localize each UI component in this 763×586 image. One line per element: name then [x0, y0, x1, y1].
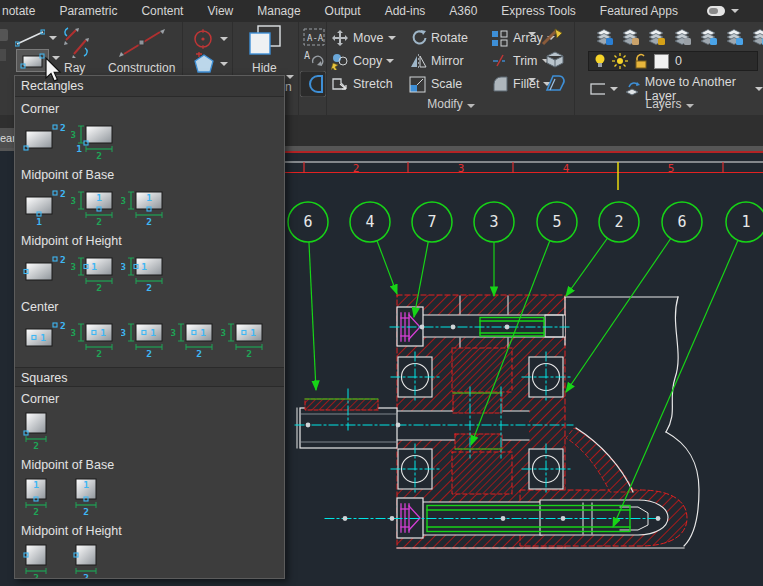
panel-chevron[interactable] — [528, 32, 536, 36]
rect-midpoint-of-base-variant-3[interactable]: 321 — [121, 185, 167, 229]
layer-color-swatch — [654, 54, 669, 69]
chevron-down-icon[interactable] — [388, 36, 396, 40]
mirror-icon — [409, 52, 427, 70]
svg-text:1: 1 — [96, 192, 102, 203]
layer-match-icon[interactable] — [620, 27, 640, 47]
construction-line-label: Construction — [108, 61, 175, 75]
dropdown-icon-row: 21321321321321 — [15, 317, 284, 361]
rect-midpoint-of-height-variant-3[interactable]: 321 — [121, 251, 167, 295]
line-tool-icon — [15, 29, 45, 47]
rectangle-frame-icon[interactable] — [590, 81, 605, 97]
rect-midpoint-of-height-variant-2[interactable]: 321 — [71, 251, 117, 295]
svg-text:2: 2 — [33, 506, 39, 517]
menu-item-a360[interactable]: A360 — [437, 0, 489, 22]
svg-text:2: 2 — [60, 320, 66, 331]
svg-text:1: 1 — [250, 327, 256, 338]
svg-text:3: 3 — [489, 213, 498, 231]
chevron-down-icon[interactable] — [755, 87, 763, 91]
menu-item-output[interactable]: Output — [313, 0, 373, 22]
layer-isolate-icon[interactable] — [698, 27, 718, 47]
move-button[interactable]: Move — [331, 26, 409, 49]
square-midpoint-of-base-variant-2[interactable]: 21 — [71, 475, 117, 519]
menu-item-express-tools[interactable]: Express Tools — [489, 0, 587, 22]
ray-tool-label: Ray — [64, 61, 85, 75]
rect-center-variant-1[interactable]: 21 — [21, 317, 67, 361]
menu-item-featured-apps[interactable]: Featured Apps — [588, 0, 690, 22]
layer-state-icon[interactable] — [672, 27, 692, 47]
rectangle-tool-button[interactable] — [16, 49, 49, 72]
copy-icon — [331, 52, 349, 70]
layer-unisolate-icon[interactable] — [724, 27, 744, 47]
rect-center-variant-4[interactable]: 321 — [171, 317, 217, 361]
square-midpoint-of-height-variant-2[interactable]: 21 — [71, 541, 117, 579]
replace-block-icon: A — [303, 49, 325, 69]
zone-number: 4 — [563, 162, 570, 175]
chevron-down-icon[interactable] — [386, 59, 394, 63]
replace-block-button[interactable]: A — [303, 49, 325, 69]
rectangle-dropdown-arrow[interactable] — [52, 56, 60, 60]
dropdown-icon-row: 2121 — [15, 541, 284, 579]
line-tool-button[interactable] — [15, 29, 57, 47]
dropdown-section-label: Midpoint of Base — [15, 165, 284, 185]
menu-item-view[interactable]: View — [195, 0, 245, 22]
svg-text:3: 3 — [121, 195, 126, 206]
stretch-button[interactable]: Stretch — [331, 72, 409, 95]
chevron-down-icon[interactable] — [220, 62, 228, 66]
rect-corner-variant-2[interactable]: 321 — [71, 119, 117, 163]
menu-item-manage[interactable]: Manage — [245, 0, 312, 22]
modify-panel-label[interactable]: Modify — [331, 96, 571, 113]
panel-chevron[interactable] — [286, 75, 294, 79]
menu-item-add-ins[interactable]: Add-ins — [373, 0, 438, 22]
svg-text:2: 2 — [196, 348, 202, 359]
dropdown-section-label: Midpoint of Height — [15, 521, 284, 541]
construction-line-icon — [118, 27, 166, 59]
rect-corner-variant-1[interactable]: 21 — [21, 119, 67, 163]
rect-center-variant-3[interactable]: 321 — [121, 317, 167, 361]
chevron-down-icon[interactable] — [49, 36, 57, 40]
polygon-tool-button[interactable] — [192, 52, 228, 76]
menu-item-content[interactable]: Content — [129, 0, 195, 22]
dropdown-title: Rectangles — [15, 76, 284, 97]
rotate-button[interactable]: Rotate — [409, 26, 491, 49]
rect-midpoint-of-base-variant-2[interactable]: 321 — [71, 185, 117, 229]
layer-prev-icon[interactable] — [646, 27, 666, 47]
rect-midpoint-of-base-variant-1[interactable]: 21 — [21, 185, 67, 229]
layer-properties-icon[interactable] — [594, 27, 614, 47]
hide-objects-button[interactable] — [248, 25, 282, 59]
match-properties-button[interactable] — [540, 27, 566, 47]
menu-item-parametric[interactable]: Parametric — [47, 0, 129, 22]
rect-midpoint-of-height-variant-1[interactable]: 21 — [21, 251, 67, 295]
copy-button[interactable]: Copy — [331, 49, 409, 72]
circle-tool-icon — [192, 28, 216, 50]
touch-mode-button[interactable] — [706, 5, 739, 17]
scale-icon — [409, 75, 427, 93]
square-corner-variant-1[interactable]: 21 — [21, 409, 67, 453]
layer-freeze-icon[interactable] — [750, 27, 763, 47]
scale-button[interactable]: Scale — [409, 72, 491, 95]
panel-chevron[interactable] — [528, 78, 536, 82]
chevron-down-icon[interactable] — [610, 87, 618, 91]
layer-selector[interactable]: 0 — [588, 51, 758, 71]
mirror-button[interactable]: Mirror — [409, 49, 491, 72]
construction-line-button[interactable] — [118, 27, 166, 59]
extrude-face-button[interactable] — [300, 71, 326, 97]
menu-item-notate[interactable]: notate — [0, 0, 47, 22]
square-midpoint-of-base-variant-1[interactable]: 21 — [21, 475, 67, 519]
svg-text:A: A — [304, 50, 310, 61]
chevron-down-icon[interactable] — [220, 37, 228, 41]
dropdown-icon-row: 2121 — [15, 475, 284, 519]
square-midpoint-of-height-variant-1[interactable]: 21 — [21, 541, 67, 579]
rect-center-variant-2[interactable]: 321 — [71, 317, 117, 361]
rect-center-variant-5[interactable]: 321 — [221, 317, 267, 361]
zone-number: 3 — [458, 162, 465, 175]
svg-text:2: 2 — [246, 348, 252, 359]
underlay-frames-button[interactable] — [543, 71, 569, 95]
revision-cloud-button[interactable] — [192, 28, 228, 50]
annotative-scale-icon: A-A — [303, 28, 325, 46]
layers-panel-label[interactable]: Layers — [576, 96, 763, 113]
annotative-scale-button[interactable]: A-A — [303, 28, 325, 46]
clipped-tool-icon — [0, 27, 12, 65]
svg-text:1: 1 — [76, 143, 82, 154]
3d-box-button[interactable] — [543, 49, 567, 69]
ray-tool-button[interactable] — [62, 26, 90, 58]
